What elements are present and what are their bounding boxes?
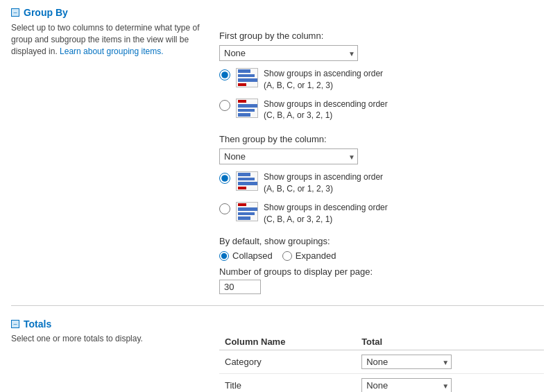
first-group-ascending-option: Show groups in ascending order (A, B, C,… (219, 68, 544, 92)
totals-section-header: – Totals (11, 318, 544, 330)
page-container: – Group By Select up to two columns to d… (0, 0, 555, 392)
sort-bar-4 (238, 104, 258, 108)
group-by-collapse-icon[interactable]: – (11, 8, 19, 17)
group-by-description: Select up to two columns to determine wh… (11, 22, 205, 57)
sort-bar-3 (238, 78, 258, 82)
group-by-left-panel: Select up to two columns to determine wh… (11, 22, 212, 294)
second-group-descending-icon (236, 202, 258, 221)
expanded-label: Expanded (296, 250, 336, 261)
second-group-ascending-text: Show groups in ascending order (A, B, C,… (264, 171, 383, 195)
sort-bar-9 (238, 182, 258, 185)
expanded-radio[interactable] (282, 251, 292, 261)
total-header: Total (348, 334, 544, 350)
group-by-section-header: – Group By (11, 7, 544, 18)
first-group-ascending-radio[interactable] (219, 69, 230, 80)
second-group-descending-option: Show groups in descending order (C, B, A… (219, 202, 544, 225)
second-group-descending-text: Show groups in descending order (C, B, A… (264, 202, 388, 225)
default-groupings-radios: Collapsed Expanded (219, 250, 544, 261)
second-group-ascending-icon (236, 171, 258, 191)
sort-bar-7 (238, 173, 250, 176)
first-group-descending-icon (236, 99, 258, 118)
sort-bar-11 (238, 212, 255, 216)
table-row: Category None Count Average Maximum (219, 350, 544, 374)
totals-layout: Select one or more totals to display. Co… (11, 334, 544, 392)
second-group-descending-radio[interactable] (219, 203, 230, 214)
first-group-descending-text: Show groups in descending order (C, B, A… (264, 99, 388, 122)
first-group-ascending-icon (236, 68, 258, 87)
totals-table: Column Name Total Category (219, 334, 544, 392)
learn-link[interactable]: Learn about grouping items. (60, 46, 163, 56)
column-name-header: Column Name (219, 334, 348, 350)
category-total-cell: None Count Average Maximum Minimum ▼ (348, 350, 544, 374)
second-group-dropdown-wrapper: None Title Category Assigned To Modified… (219, 148, 358, 164)
title-cell: Title (219, 374, 348, 392)
sort-bar-red-3 (238, 187, 246, 190)
default-groupings-label: By default, show groupings: (219, 236, 544, 246)
totals-collapse-icon[interactable]: – (11, 320, 19, 328)
totals-left-panel: Select one or more totals to display. (11, 334, 212, 392)
sort-bar-10 (238, 207, 258, 211)
sort-bar-5 (238, 109, 255, 112)
sort-bar-6 (238, 113, 250, 117)
sort-bar-12 (238, 216, 250, 220)
sort-bar-8 (238, 178, 255, 181)
totals-title: Totals (24, 318, 51, 330)
collapsed-option: Collapsed (219, 250, 273, 261)
first-group-ascending-text: Show groups in ascending order (A, B, C,… (264, 68, 383, 92)
second-group-label: Then group by the column: (219, 134, 544, 144)
second-group-ascending-radio[interactable] (219, 173, 230, 184)
sort-bar-red-2 (238, 100, 246, 103)
category-total-wrapper: None Count Average Maximum Minimum ▼ (361, 355, 452, 369)
category-cell: Category (219, 350, 348, 374)
sort-bar-red-4 (238, 203, 246, 207)
group-by-layout: Select up to two columns to determine wh… (11, 22, 544, 294)
sort-bar-2 (238, 74, 255, 78)
groups-per-page-input[interactable]: 30 (219, 280, 261, 294)
title-total-select[interactable]: None Count Average Maximum Minimum (361, 378, 452, 392)
first-group-dropdown-wrapper: None Title Category Assigned To Modified… (219, 45, 358, 61)
sort-bar-red-1 (238, 83, 246, 87)
first-group-descending-radio[interactable] (219, 100, 230, 111)
totals-right-panel: Column Name Total Category (212, 334, 544, 392)
title-total-wrapper: None Count Average Maximum Minimum ▼ (361, 378, 452, 392)
first-group-descending-option: Show groups in descending order (C, B, A… (219, 99, 544, 122)
first-group-label: First group by the column: (219, 31, 544, 41)
second-group-select[interactable]: None Title Category Assigned To Modified (219, 148, 358, 164)
table-row: Title None Count Average Maximum M (219, 374, 544, 392)
totals-section: – Totals Select one or more totals to di… (11, 318, 544, 392)
collapsed-radio[interactable] (219, 251, 229, 261)
group-by-right-panel: First group by the column: None Title Ca… (212, 22, 544, 294)
expanded-option: Expanded (282, 250, 336, 261)
second-group-ascending-option: Show groups in ascending order (A, B, C,… (219, 171, 544, 195)
totals-description: Select one or more totals to display. (11, 334, 205, 343)
collapsed-label: Collapsed (232, 250, 273, 261)
section-divider (11, 305, 544, 306)
category-total-select[interactable]: None Count Average Maximum Minimum (361, 355, 452, 369)
groups-per-page-label: Number of groups to display per page: (219, 266, 544, 277)
first-group-select[interactable]: None Title Category Assigned To Modified (219, 45, 358, 61)
sort-bar-1 (238, 69, 250, 73)
group-by-title: Group By (24, 7, 68, 18)
title-total-cell: None Count Average Maximum Minimum ▼ (348, 374, 544, 392)
